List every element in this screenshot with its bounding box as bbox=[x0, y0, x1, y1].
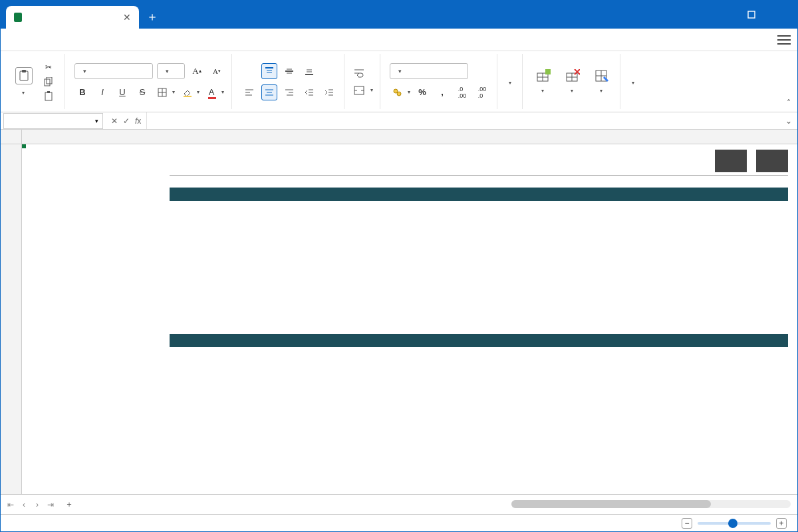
svg-rect-44 bbox=[545, 69, 551, 74]
styles-button[interactable]: ▾ bbox=[507, 74, 515, 88]
insert-cells-icon bbox=[536, 69, 551, 82]
scrollbar-thumb[interactable] bbox=[511, 500, 711, 508]
percent-button[interactable]: % bbox=[414, 84, 430, 100]
window-controls bbox=[706, 1, 797, 29]
clipboard-special-icon bbox=[43, 91, 54, 102]
name-box[interactable]: ▾ bbox=[3, 113, 103, 129]
chevron-down-icon: ▾ bbox=[166, 68, 169, 74]
decrease-font-button[interactable]: A▾ bbox=[209, 63, 225, 79]
italic-button[interactable]: I bbox=[94, 84, 110, 100]
section-dietary-analysis bbox=[170, 188, 788, 201]
cut-button[interactable]: ✂ bbox=[43, 62, 58, 72]
zoom-out-button[interactable]: − bbox=[682, 518, 692, 529]
wrap-text-icon bbox=[354, 68, 364, 78]
accept-formula-icon[interactable]: ✓ bbox=[123, 116, 130, 126]
comma-button[interactable]: , bbox=[434, 84, 450, 100]
align-left-button[interactable] bbox=[241, 84, 257, 100]
wrap-text-button[interactable] bbox=[354, 68, 368, 78]
paste-special-button[interactable] bbox=[43, 91, 58, 102]
formula-input[interactable] bbox=[146, 112, 780, 129]
cancel-formula-icon[interactable]: ✕ bbox=[111, 116, 118, 126]
align-center-button[interactable] bbox=[261, 84, 277, 100]
underline-button[interactable]: U bbox=[114, 84, 130, 100]
copy-button[interactable] bbox=[43, 76, 58, 87]
chevron-down-icon: ▾ bbox=[22, 90, 25, 96]
menubar bbox=[1, 29, 797, 51]
sheet-nav-first-button[interactable]: ⇤ bbox=[5, 500, 17, 509]
row-headers bbox=[1, 144, 22, 494]
titlebar: ✕ ＋ bbox=[1, 1, 797, 29]
chevron-down-icon: ▾ bbox=[83, 68, 86, 74]
sheet-nav-last-button[interactable]: ⇥ bbox=[45, 500, 57, 509]
editing-button[interactable]: ▾ bbox=[630, 74, 638, 88]
scissors-icon: ✂ bbox=[43, 62, 54, 72]
select-all-corner[interactable] bbox=[1, 130, 22, 144]
format-button[interactable]: ▾ bbox=[591, 66, 613, 96]
zoom-in-button[interactable]: + bbox=[776, 518, 787, 529]
column-headers bbox=[1, 130, 797, 144]
increase-font-button[interactable]: A▴ bbox=[189, 63, 205, 79]
dietary-chart bbox=[170, 213, 788, 326]
align-right-button[interactable] bbox=[281, 84, 297, 100]
svg-rect-0 bbox=[748, 11, 755, 18]
window-minimize-button[interactable] bbox=[706, 1, 736, 29]
fx-icon[interactable]: fx bbox=[135, 116, 141, 126]
next-button[interactable] bbox=[756, 150, 788, 172]
document-tab[interactable]: ✕ bbox=[6, 6, 139, 29]
delete-cells-icon bbox=[565, 69, 580, 82]
strikethrough-button[interactable]: S bbox=[134, 84, 150, 100]
svg-rect-6 bbox=[47, 91, 50, 93]
sheet-tab-bar: ⇤ ‹ › ⇥ ＋ bbox=[1, 494, 797, 514]
align-top-button[interactable] bbox=[261, 63, 277, 79]
svg-point-40 bbox=[397, 92, 401, 96]
copy-icon bbox=[43, 76, 54, 87]
sheet-nav-prev-button[interactable]: ‹ bbox=[18, 500, 30, 509]
align-middle-button[interactable] bbox=[281, 63, 297, 79]
add-sheet-button[interactable]: ＋ bbox=[61, 499, 78, 510]
clipboard-icon bbox=[15, 67, 33, 84]
worksheet-content[interactable] bbox=[22, 144, 797, 494]
prev-button[interactable] bbox=[715, 150, 747, 172]
horizontal-scrollbar[interactable] bbox=[511, 500, 791, 508]
zoom-slider-thumb[interactable] bbox=[728, 519, 737, 528]
window-close-button[interactable] bbox=[767, 1, 797, 29]
merge-cells-button[interactable]: ▾ bbox=[354, 85, 373, 96]
decrease-decimal-button[interactable]: .00.0 bbox=[474, 84, 490, 100]
svg-rect-4 bbox=[47, 77, 52, 84]
chevron-down-icon: ▾ bbox=[398, 68, 402, 74]
sheet-nav-next-button[interactable]: › bbox=[31, 500, 43, 509]
merge-cells-icon bbox=[354, 85, 364, 96]
expand-formula-bar-button[interactable]: ⌄ bbox=[780, 116, 797, 126]
fill-color-button[interactable] bbox=[179, 84, 195, 100]
spreadsheet-file-icon bbox=[14, 13, 22, 22]
align-bottom-button[interactable] bbox=[301, 63, 317, 79]
bold-button[interactable]: B bbox=[74, 84, 90, 100]
increase-indent-button[interactable] bbox=[321, 84, 337, 100]
svg-rect-10 bbox=[184, 96, 192, 97]
insert-button[interactable]: ▾ bbox=[532, 66, 555, 96]
svg-rect-5 bbox=[45, 92, 52, 100]
paste-button[interactable]: ▾ bbox=[11, 65, 37, 98]
currency-button[interactable] bbox=[390, 84, 406, 100]
increase-decimal-button[interactable]: .0.00 bbox=[454, 84, 470, 100]
svg-rect-2 bbox=[22, 70, 26, 72]
font-size-combo[interactable]: ▾ bbox=[157, 63, 185, 79]
number-format-combo[interactable]: ▾ bbox=[390, 63, 468, 79]
zoom-slider[interactable] bbox=[698, 522, 771, 525]
ribbon: ▾ ✂ ▾ ▾ A▴ A▾ B I U S ▾ ▾ A▾ bbox=[1, 51, 797, 112]
section-exercise-analysis bbox=[170, 334, 788, 347]
font-name-combo[interactable]: ▾ bbox=[74, 63, 153, 79]
window-maximize-button[interactable] bbox=[736, 1, 767, 29]
ribbon-options-icon[interactable] bbox=[777, 35, 791, 45]
decrease-indent-button[interactable] bbox=[301, 84, 317, 100]
collapse-ribbon-button[interactable]: ˄ bbox=[787, 98, 791, 108]
svg-rect-3 bbox=[45, 79, 50, 86]
status-bar: − + bbox=[1, 514, 797, 531]
tab-close-icon[interactable]: ✕ bbox=[123, 12, 131, 23]
borders-button[interactable] bbox=[154, 84, 170, 100]
delete-button[interactable]: ▾ bbox=[561, 66, 584, 96]
new-tab-button[interactable]: ＋ bbox=[143, 7, 162, 26]
svg-rect-1 bbox=[20, 71, 28, 80]
chevron-down-icon: ▾ bbox=[370, 87, 373, 93]
font-color-button[interactable]: A bbox=[203, 84, 219, 100]
